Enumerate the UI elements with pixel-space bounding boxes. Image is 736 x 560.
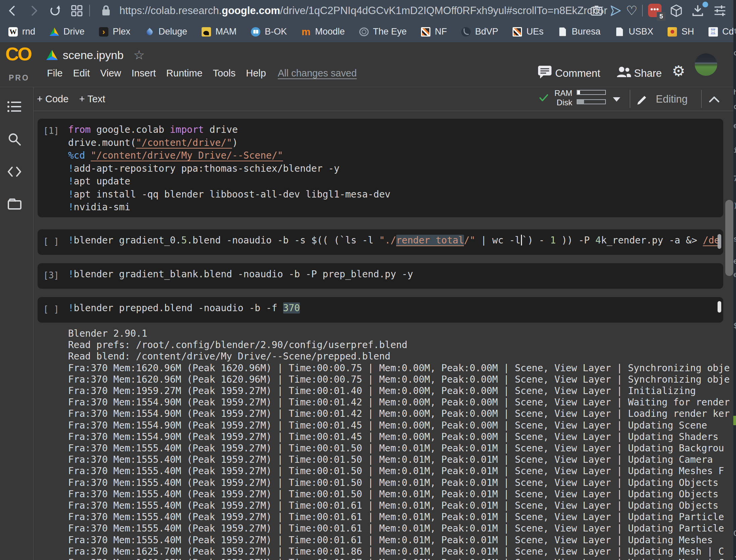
notebook-scrollbar[interactable]	[725, 200, 733, 276]
bookmark-label: BdVP	[475, 26, 498, 37]
lock-icon[interactable]	[101, 4, 111, 17]
menu-tools[interactable]: Tools	[213, 68, 236, 79]
avatar[interactable]	[695, 53, 717, 76]
bookmark-mam[interactable]: MAM	[202, 26, 236, 37]
code-editor[interactable]: !blender gradient_0.5.blend -noaudio -b …	[68, 229, 723, 255]
the-eye-icon	[359, 27, 369, 36]
share-people-icon[interactable]	[616, 66, 632, 78]
execution-count[interactable]: [ ]	[38, 229, 68, 255]
collapse-chevron-up-icon[interactable]	[708, 96, 720, 103]
code-editor[interactable]: from google.colab import drivedrive.moun…	[68, 119, 723, 217]
output-line: Fra:370 Mem:1959.27M (Peak 1959.27M) | T…	[68, 385, 736, 397]
code-cell-1[interactable]: [1]from google.colab import drivedrive.m…	[38, 119, 723, 217]
back-icon[interactable]	[7, 5, 19, 17]
toolbar-divider-2	[701, 90, 702, 108]
bookmark-ues[interactable]: UEs	[513, 26, 543, 37]
code-cell-2[interactable]: [ ]!blender gradient_0.5.blend -noaudio …	[38, 229, 723, 255]
disk-usage-bar[interactable]	[577, 99, 606, 104]
tab-grid-icon[interactable]	[71, 5, 83, 16]
drive-triangle	[50, 27, 59, 36]
menu-edit[interactable]: Edit	[73, 68, 90, 79]
comment-button[interactable]: Comment	[555, 67, 600, 79]
url-path: /drive/1qC2PNIq4dGCvK1mD2IQMOff0RFxh9yul…	[280, 5, 607, 16]
execution-count[interactable]: [1]	[38, 119, 68, 217]
toolbar-separator	[89, 5, 90, 16]
disk-label: Disk	[532, 98, 572, 107]
heart-icon[interactable]: ♡	[626, 3, 637, 19]
cell-scrollbar-thumb[interactable]	[718, 301, 721, 313]
ram-usage-bar[interactable]	[577, 90, 606, 95]
bookmark-buresa[interactable]: Buresa	[558, 26, 600, 37]
code-line: !blender gradient_0.5.blend -noaudio -b …	[68, 234, 723, 247]
resources-dropdown-icon[interactable]	[613, 97, 620, 102]
bookmark-drive[interactable]: Drive	[50, 26, 85, 37]
menu-view[interactable]: View	[100, 68, 121, 79]
output-line: Fra:370 Mem:1555.40M (Peak 1959.27M) | T…	[68, 454, 736, 465]
bookmark-usbx[interactable]: USBX	[615, 26, 653, 37]
colab-header: CO PRO scene.ipynb ☆ FileEditViewInsertR…	[0, 42, 736, 87]
output-line: Fra:370 Mem:1554.90M (Peak 1959.27M) | T…	[68, 431, 736, 443]
download-icon[interactable]	[692, 5, 704, 17]
forward-icon[interactable]	[28, 5, 40, 17]
bookmark-deluge[interactable]: Deluge	[145, 26, 188, 37]
bookmark-nf[interactable]: NF	[421, 26, 447, 37]
bookmark-label: Drive	[63, 26, 85, 37]
bookmark-label: Buresa	[572, 26, 600, 37]
code-snippets-icon[interactable]	[7, 165, 22, 178]
edge-glyph: $	[733, 321, 736, 330]
pix-icon	[421, 27, 430, 37]
table-of-contents-icon[interactable]	[7, 100, 22, 113]
menu-help[interactable]: Help	[246, 68, 266, 79]
bookmark-label: NF	[435, 26, 447, 37]
main-area: + Code + Text RAM Disk Editing Blender 2	[0, 87, 736, 560]
star-icon[interactable]: ☆	[133, 48, 145, 62]
editing-mode-button[interactable]: Editing	[656, 93, 688, 105]
menu-runtime[interactable]: Runtime	[166, 68, 203, 79]
bookmarks-list: WrndDrive›PlexDelugeMAMB-OKmMoodleThe Ey…	[0, 26, 736, 37]
bookmark-moodle[interactable]: mMoodle	[301, 26, 345, 37]
bookmark-label: SH	[681, 26, 694, 37]
files-folder-icon[interactable]	[7, 197, 22, 211]
bookmark-b-ok[interactable]: B-OK	[251, 26, 287, 37]
search-icon[interactable]	[7, 132, 22, 146]
colab-logo[interactable]: CO	[5, 43, 31, 65]
mam-icon	[202, 27, 211, 37]
bookmark-the-eye[interactable]: The Eye	[359, 26, 407, 37]
left-sidebar	[0, 87, 34, 560]
bookmark-plex[interactable]: ›Plex	[99, 26, 130, 37]
save-status[interactable]: All changes saved	[278, 68, 357, 79]
bookmark-cdf[interactable]: ♖CdF	[708, 26, 736, 37]
menu-insert[interactable]: Insert	[132, 68, 156, 79]
bookmark-rnd[interactable]: Wrnd	[8, 26, 35, 37]
url-bar[interactable]: https://colab.research.google.com/drive/…	[119, 0, 607, 21]
screenshot-camera-icon[interactable]	[590, 5, 602, 16]
code-line: !apt update	[68, 175, 723, 188]
cell-scrollbar-thumb[interactable]	[718, 234, 721, 249]
execution-count[interactable]: [3]	[38, 263, 68, 289]
moodle-icon: m	[301, 27, 311, 37]
send-icon[interactable]	[609, 4, 622, 17]
comment-icon[interactable]	[537, 65, 553, 79]
cube-extension-icon[interactable]	[670, 4, 682, 17]
menu-file[interactable]: File	[47, 68, 63, 79]
reload-icon[interactable]	[49, 4, 61, 16]
code-cell-4[interactable]: [ ]!blender prepped.blend -noaudio -b -f…	[38, 297, 723, 323]
editing-pencil-icon	[637, 93, 649, 105]
bookmark-label: USBX	[629, 26, 653, 37]
code-line: from google.colab import drive	[68, 123, 723, 136]
settings-sliders-icon[interactable]	[714, 5, 726, 17]
bookmark-bdvp[interactable]: BdVP	[461, 26, 498, 37]
add-text-button[interactable]: + Text	[79, 87, 105, 111]
add-code-button[interactable]: + Code	[37, 87, 68, 111]
output-line: Fra:370 Mem:1555.40M (Peak 1959.27M) | T…	[68, 500, 736, 511]
share-button[interactable]: Share	[634, 67, 662, 79]
code-cell-3[interactable]: [3]!blender gradient_blank.blend -noaudi…	[38, 263, 723, 289]
notebook-filename[interactable]: scene.ipynb	[63, 49, 123, 62]
edge-glyph: 7	[733, 174, 736, 183]
code-editor[interactable]: !blender gradient_blank.blend -noaudio -…	[68, 263, 723, 289]
execution-count[interactable]: [ ]	[38, 297, 68, 323]
gear-icon[interactable]: ⚙	[672, 64, 685, 78]
ram-bar-fill	[577, 91, 580, 94]
bookmark-sh[interactable]: SH	[668, 26, 694, 37]
code-editor[interactable]: !blender prepped.blend -noaudio -b -f 37…	[68, 297, 723, 323]
